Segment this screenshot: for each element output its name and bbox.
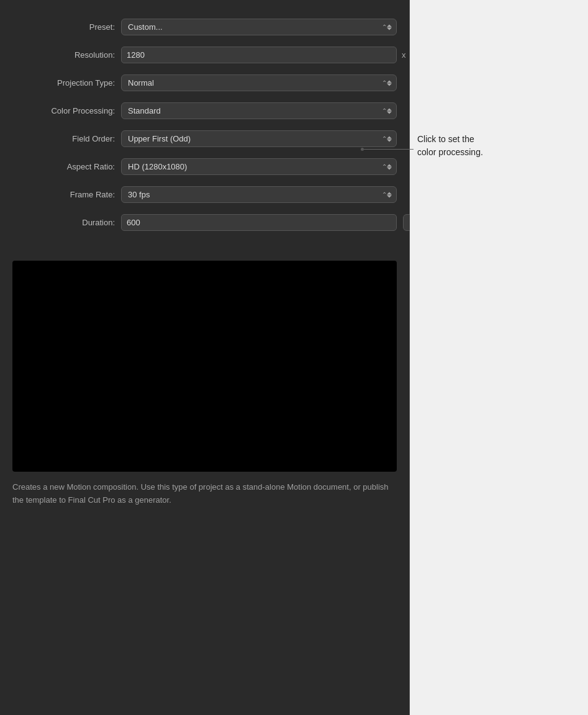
preset-label: Preset: xyxy=(12,22,121,32)
aspect-ratio-row: Aspect Ratio: HD (1280x1080) NTSC (720x5… xyxy=(12,158,397,175)
resolution-row: Resolution: x xyxy=(12,47,397,63)
preset-row: Preset: Custom... Broadcast HD 1080 Broa… xyxy=(12,19,397,35)
frame-rate-row: Frame Rate: 23.98 fps 24 fps 25 fps 29.9… xyxy=(12,186,397,203)
resolution-label: Resolution: xyxy=(12,50,121,60)
preset-select-wrapper: Custom... Broadcast HD 1080 Broadcast HD… xyxy=(121,19,397,35)
preset-select[interactable]: Custom... Broadcast HD 1080 Broadcast HD… xyxy=(121,19,397,35)
field-order-label: Field Order: xyxy=(12,134,121,143)
projection-type-select[interactable]: Normal 360° VR xyxy=(121,74,397,91)
resolution-control: x xyxy=(121,47,397,63)
field-order-row: Field Order: Upper First (Odd) Lower Fir… xyxy=(12,130,397,147)
projection-type-label: Projection Type: xyxy=(12,78,121,88)
form-area: Preset: Custom... Broadcast HD 1080 Broa… xyxy=(0,0,409,254)
frame-rate-select[interactable]: 23.98 fps 24 fps 25 fps 29.97 fps 30 fps… xyxy=(121,186,397,203)
annotation-connector xyxy=(361,148,414,151)
frame-rate-label: Frame Rate: xyxy=(12,190,121,199)
duration-input[interactable] xyxy=(121,214,397,231)
frame-rate-control: 23.98 fps 24 fps 25 fps 29.97 fps 30 fps… xyxy=(121,186,397,203)
field-order-select[interactable]: Upper First (Odd) Lower First (Even) Non… xyxy=(121,130,397,147)
annotation-text: Click to set thecolor processing. xyxy=(417,133,548,159)
field-order-select-wrapper: Upper First (Odd) Lower First (Even) Non… xyxy=(121,130,397,147)
preset-control: Custom... Broadcast HD 1080 Broadcast HD… xyxy=(121,19,397,35)
annotation-text-content: Click to set thecolor processing. xyxy=(417,134,483,157)
description-text: Creates a new Motion composition. Use th… xyxy=(12,482,389,505)
color-processing-label: Color Processing: xyxy=(12,106,121,115)
color-processing-select-wrapper: Standard Wide Gamut HDR Apple Log xyxy=(121,102,397,119)
projection-type-row: Projection Type: Normal 360° VR xyxy=(12,74,397,91)
projection-type-select-wrapper: Normal 360° VR xyxy=(121,74,397,91)
aspect-ratio-label: Aspect Ratio: xyxy=(12,162,121,171)
color-processing-select[interactable]: Standard Wide Gamut HDR Apple Log xyxy=(121,102,397,119)
right-panel xyxy=(410,0,588,715)
projection-type-control: Normal 360° VR xyxy=(121,74,397,91)
aspect-ratio-control: HD (1280x1080) NTSC (720x534) PAL (768x5… xyxy=(121,158,397,175)
frame-rate-select-wrapper: 23.98 fps 24 fps 25 fps 29.97 fps 30 fps… xyxy=(121,186,397,203)
resolution-separator: x xyxy=(402,50,406,60)
color-processing-row: Color Processing: Standard Wide Gamut HD… xyxy=(12,102,397,119)
annotation-line xyxy=(364,149,414,150)
duration-row: Duration: Frames Seconds Timecode xyxy=(12,214,397,231)
resolution-inputs: x xyxy=(121,47,397,63)
resolution-width-input[interactable] xyxy=(121,47,397,63)
preview-area xyxy=(12,261,397,472)
color-processing-control: Standard Wide Gamut HDR Apple Log xyxy=(121,102,397,119)
description-area: Creates a new Motion composition. Use th… xyxy=(12,481,397,507)
aspect-ratio-select-wrapper: HD (1280x1080) NTSC (720x534) PAL (768x5… xyxy=(121,158,397,175)
aspect-ratio-select[interactable]: HD (1280x1080) NTSC (720x534) PAL (768x5… xyxy=(121,158,397,175)
left-panel: Preset: Custom... Broadcast HD 1080 Broa… xyxy=(0,0,410,715)
field-order-control: Upper First (Odd) Lower First (Even) Non… xyxy=(121,130,397,147)
duration-inputs: Frames Seconds Timecode xyxy=(121,214,397,231)
duration-label: Duration: xyxy=(12,218,121,227)
duration-control: Frames Seconds Timecode xyxy=(121,214,397,231)
